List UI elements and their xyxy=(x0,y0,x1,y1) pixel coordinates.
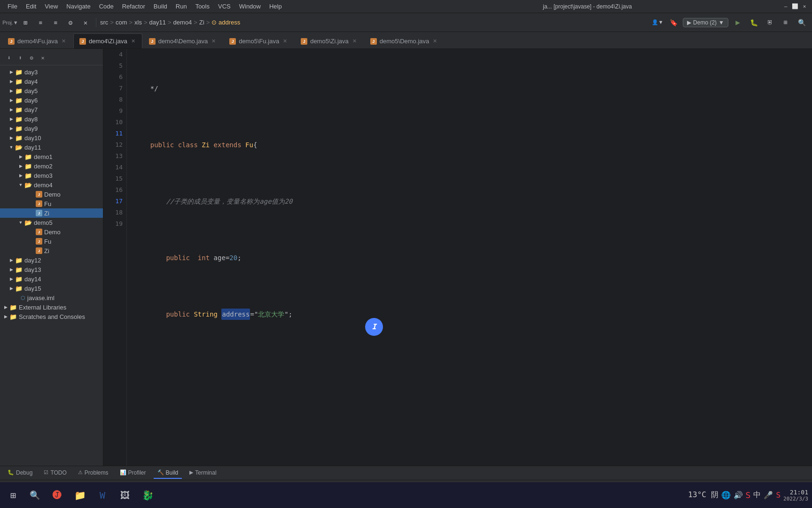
minimize-button[interactable]: — xyxy=(782,3,789,10)
tray-network[interactable]: 🌐 xyxy=(721,491,731,500)
sidebar-item-demo4-demo[interactable]: J Demo xyxy=(0,190,103,199)
expand-btn[interactable]: ≡ xyxy=(49,16,62,29)
collapse-all-btn[interactable]: ≡ xyxy=(34,16,47,29)
tray-s-icon[interactable]: S xyxy=(746,490,751,500)
breadcrumb-address[interactable]: ⊙ address xyxy=(211,19,240,26)
sidebar-item-day7[interactable]: ▶ 📁 day7 xyxy=(0,105,103,114)
sidebar-item-iml[interactable]: ⬡ javase.iml xyxy=(0,293,103,302)
menu-refactor[interactable]: Refactor xyxy=(118,2,149,11)
sidebar-item-demo2[interactable]: ▶ 📁 demo2 xyxy=(0,161,103,171)
taskbar-explorer[interactable]: 📁 xyxy=(70,485,90,506)
sidebar-item-day12[interactable]: ▶ 📁 day12 xyxy=(0,255,103,265)
search-everywhere-btn[interactable]: 🔍 xyxy=(795,16,808,29)
sidebar-item-demo5[interactable]: ▼ 📂 demo5 xyxy=(0,218,103,227)
sidebar-item-day11[interactable]: ▼ 📂 day11 xyxy=(0,143,103,152)
sidebar-item-demo4-fu[interactable]: J Fu xyxy=(0,199,103,208)
menu-build[interactable]: Build xyxy=(150,2,171,11)
tab-close-zi[interactable]: ✕ xyxy=(130,37,136,45)
tray-s2[interactable]: S xyxy=(776,491,781,500)
sidebar-item-demo4-zi[interactable]: J Zi xyxy=(0,208,103,218)
tab-terminal[interactable]: ▶ Terminal xyxy=(186,468,220,479)
sidebar-item-demo1[interactable]: ▶ 📁 demo1 xyxy=(0,152,103,161)
maximize-button[interactable]: ⬜ xyxy=(791,3,799,10)
taskbar-search[interactable]: 🔍 xyxy=(24,485,45,506)
menu-help[interactable]: Help xyxy=(265,2,286,11)
run-button[interactable]: ▶ xyxy=(731,16,744,29)
sidebar-item-day15[interactable]: ▶ 📁 day15 xyxy=(0,284,103,293)
tab-close-demo5-demo[interactable]: ✕ xyxy=(432,37,438,45)
breadcrumb-src[interactable]: src xyxy=(100,19,108,26)
sidebar-collapse-btn[interactable]: ⬆ xyxy=(15,53,25,63)
start-button[interactable]: ⊞ xyxy=(4,486,23,505)
tab-zi-java[interactable]: J demo4\Zi.java ✕ xyxy=(73,33,142,48)
taskbar-app2[interactable]: 🐉 xyxy=(137,485,158,506)
tray-sound[interactable]: 🔊 xyxy=(734,491,743,500)
sidebar-item-day10[interactable]: ▶ 📁 day10 xyxy=(0,133,103,143)
sidebar-item-demo5-zi[interactable]: J Zi xyxy=(0,246,103,255)
sidebar-item-day4[interactable]: ▶ 📁 day4 xyxy=(0,77,103,86)
close-button[interactable]: ✕ xyxy=(801,3,808,10)
coverage-button[interactable]: ⛨ xyxy=(763,16,776,29)
menu-code[interactable]: Code xyxy=(95,2,117,11)
tab-demo5-zi[interactable]: J demo5\Zi.java ✕ xyxy=(295,33,364,48)
settings-btn[interactable]: ⚙ xyxy=(64,16,77,29)
menu-window[interactable]: Window xyxy=(235,2,265,11)
sidebar-close-btn[interactable]: ✕ xyxy=(38,53,48,63)
tab-debug[interactable]: 🐛 Debug xyxy=(4,468,36,479)
tab-todo[interactable]: ☑ TODO xyxy=(40,468,70,479)
tab-build[interactable]: 🔨 Build xyxy=(154,468,182,479)
run-config-dropdown[interactable]: ▶ Demo (2) ▼ xyxy=(683,18,728,27)
tab-demo5-demo[interactable]: J demo5\Demo.java ✕ xyxy=(364,33,445,48)
code-editor[interactable]: 4 5 6 7 8 9 10 11 12 13 14 15 16 17 18 1… xyxy=(103,49,812,466)
menu-navigate[interactable]: Navigate xyxy=(62,2,94,11)
breadcrumb-zi[interactable]: Zi xyxy=(199,19,204,26)
tab-close-demo[interactable]: ✕ xyxy=(211,37,217,45)
profile-run-button[interactable]: ⊞ xyxy=(779,16,792,29)
close-sidebar-btn[interactable]: ✕ xyxy=(79,16,92,29)
tab-fu-java[interactable]: J demo4\Fu.java ✕ xyxy=(2,33,73,48)
sidebar-item-day6[interactable]: ▶ 📁 day6 xyxy=(0,95,103,105)
taskbar-app1[interactable]: 🖼 xyxy=(115,485,135,506)
sidebar-item-scratches[interactable]: ▶ 📁 Scratches and Consoles xyxy=(0,312,103,321)
taskbar-intellij[interactable]: 🅙 xyxy=(47,485,68,506)
sidebar-item-demo3[interactable]: ▶ 📁 demo3 xyxy=(0,171,103,180)
sidebar-item-day5[interactable]: ▶ 📁 day5 xyxy=(0,86,103,95)
sidebar-settings-btn[interactable]: ⚙ xyxy=(26,53,37,63)
sidebar-item-demo5-fu[interactable]: J Fu xyxy=(0,237,103,246)
project-view-btn[interactable]: ⊞ xyxy=(19,16,32,29)
sidebar-item-day3[interactable]: ▶ 📁 day3 xyxy=(0,67,103,77)
sidebar-item-demo5-demo[interactable]: J Demo xyxy=(0,227,103,237)
code-lines[interactable]: */ public class Zi extends Fu { //子类的成员变… xyxy=(127,49,812,466)
tab-demo5-fu[interactable]: J demo5\Fu.java ✕ xyxy=(223,33,294,48)
sidebar-item-day13[interactable]: ▶ 📁 day13 xyxy=(0,265,103,274)
tray-cn[interactable]: 中 xyxy=(753,490,761,500)
breadcrumb-xls[interactable]: xls xyxy=(134,19,142,26)
sidebar-item-day9[interactable]: ▶ 📁 day9 xyxy=(0,124,103,133)
menu-file[interactable]: File xyxy=(4,2,21,11)
sidebar-expand-btn[interactable]: ⬇ xyxy=(4,53,14,63)
tab-close-demo5-fu[interactable]: ✕ xyxy=(282,37,288,45)
menu-tools[interactable]: Tools xyxy=(192,2,213,11)
breadcrumb-com[interactable]: com xyxy=(116,19,127,26)
sidebar-item-demo4[interactable]: ▼ 📂 demo4 xyxy=(0,180,103,190)
menu-edit[interactable]: Edit xyxy=(22,2,40,11)
breadcrumb-demo4[interactable]: demo4 xyxy=(173,19,192,26)
sidebar-item-day8[interactable]: ▶ 📁 day8 xyxy=(0,114,103,124)
tab-problems[interactable]: ⚠ Problems xyxy=(74,468,112,479)
tab-demo-java[interactable]: J demo4\Demo.java ✕ xyxy=(143,33,223,48)
project-selector[interactable]: Proj.▼ xyxy=(4,16,17,29)
sidebar-item-external-libs[interactable]: ▶ 📁 External Libraries xyxy=(0,302,103,312)
tab-profiler[interactable]: 📊 Profiler xyxy=(116,468,150,479)
breadcrumb-day11[interactable]: day11 xyxy=(149,19,166,26)
taskbar-word[interactable]: W xyxy=(92,485,113,506)
sidebar-item-day14[interactable]: ▶ 📁 day14 xyxy=(0,274,103,284)
menu-run[interactable]: Run xyxy=(172,2,191,11)
menu-vcs[interactable]: VCS xyxy=(214,2,234,11)
tab-close-demo5-zi[interactable]: ✕ xyxy=(351,37,358,45)
tray-mic[interactable]: 🎤 xyxy=(764,491,773,500)
profile-btn[interactable]: 👤▼ xyxy=(651,16,664,29)
menu-view[interactable]: View xyxy=(41,2,62,11)
tab-close-fu[interactable]: ✕ xyxy=(61,37,67,45)
bookmark-btn[interactable]: 🔖 xyxy=(667,16,680,29)
debug-button[interactable]: 🐛 xyxy=(747,16,760,29)
